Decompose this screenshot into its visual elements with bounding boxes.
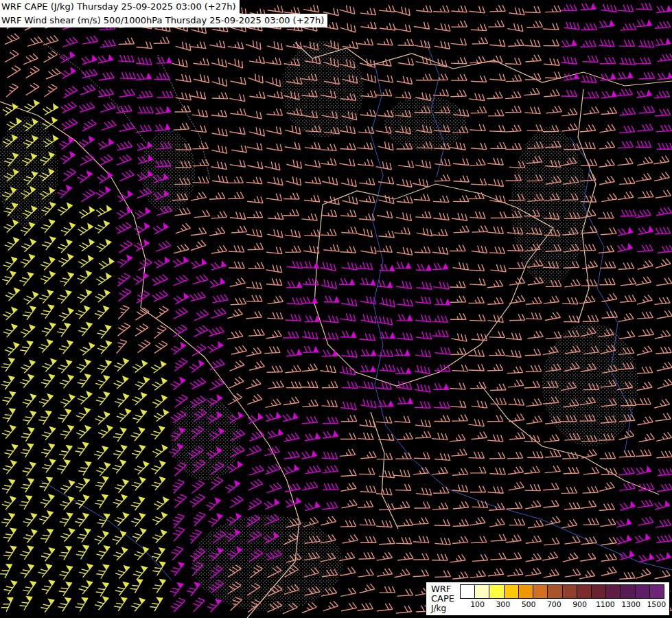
legend-swatch [592,585,606,598]
legend-field-label: CAPE [431,594,454,604]
country-border [371,412,398,529]
cape-legend: WRF CAPE J/kg 10030050070090011001300150… [426,582,670,616]
legend-swatch [606,585,621,598]
legend-swatch [519,585,533,598]
weather-map-stage: WRF CAPE (J/kg) Thursday 25-09-2025 03:0… [0,0,672,618]
legend-swatch [636,585,650,598]
legend-tick-value: 1500 [644,600,669,609]
wind-barb-layer [58,3,672,612]
legend-swatch [650,585,664,598]
legend-swatch [505,585,519,598]
legend-tick-value: 900 [567,600,592,609]
title-cape: WRF CAPE (J/kg) Thursday 25-09-2025 03:0… [0,0,240,14]
legend-swatch-strip [460,584,664,599]
legend-swatch [577,585,592,598]
title-wind-shear: WRF Wind shear (m/s) 500/1000hPa Thursda… [0,14,327,27]
terrain-stipple [192,515,343,611]
legend-unit-label: J/kg [431,604,454,613]
legend-labels: WRF CAPE J/kg [431,584,454,613]
legend-tick-value: 1300 [618,600,644,609]
legend-swatch [475,585,489,598]
terrain-stipple [511,127,587,285]
legend-tick-value: 100 [465,600,490,609]
wind-shear-map [0,0,672,618]
legend-tick-labels: 100300500700900110013001500 [465,600,669,609]
legend-swatch [621,585,635,598]
legend-swatch [489,585,504,598]
legend-scale: 100300500700900110013001500 [460,584,664,613]
legend-model-label: WRF [431,584,454,594]
legend-tick-value: 1100 [592,600,618,609]
legend-swatch [548,585,562,598]
legend-swatch [461,585,475,598]
terrain-stipple [384,96,467,151]
legend-tick-value: 700 [542,600,567,609]
legend-swatch [533,585,548,598]
legend-swatch [563,585,577,598]
legend-tick-value: 500 [516,600,542,609]
map-titles: WRF CAPE (J/kg) Thursday 25-09-2025 03:0… [0,0,327,27]
legend-tick-value: 300 [490,600,515,609]
